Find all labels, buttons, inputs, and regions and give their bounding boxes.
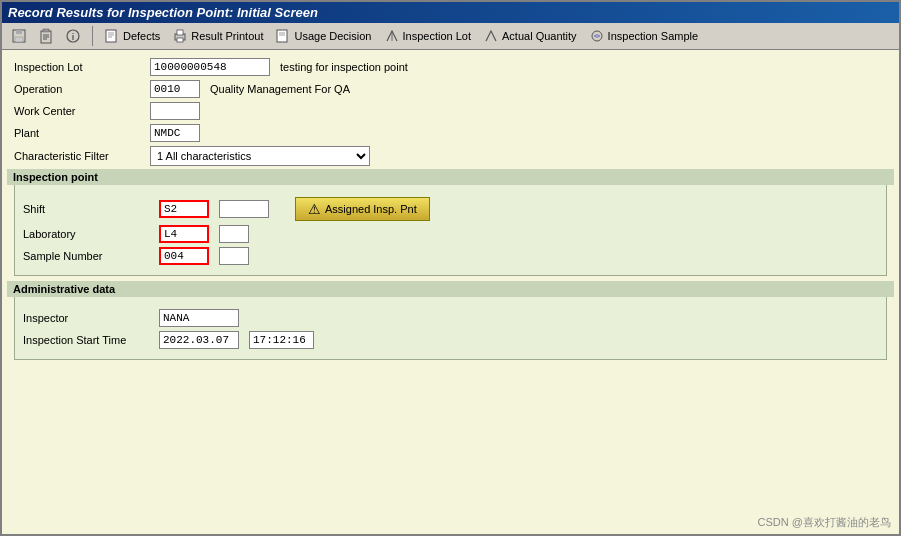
main-form: Inspection Lot testing for inspection po…: [14, 58, 887, 166]
char-filter-select[interactable]: 1 All characteristics: [150, 146, 370, 166]
work-center-label: Work Center: [14, 105, 144, 117]
plant-label: Plant: [14, 127, 144, 139]
defects-icon: [104, 28, 120, 44]
operation-desc: Quality Management For QA: [210, 83, 350, 95]
sample-number-label: Sample Number: [23, 250, 153, 262]
inspector-input[interactable]: [159, 309, 239, 327]
svg-rect-4: [43, 29, 49, 32]
actual-quantity-button[interactable]: Actual Quantity: [478, 25, 582, 47]
operation-input[interactable]: [150, 80, 200, 98]
sample-number-input[interactable]: [159, 247, 209, 265]
svg-rect-15: [177, 30, 183, 35]
inspection-lot-label: Inspection Lot: [403, 30, 472, 42]
inspection-point-section: Inspection point Shift ⚠ Assigned Insp. …: [14, 174, 887, 276]
char-filter-row: Characteristic Filter 1 All characterist…: [14, 146, 887, 166]
defects-button[interactable]: Defects: [99, 25, 165, 47]
shift-label: Shift: [23, 203, 153, 215]
usage-decision-icon: [275, 28, 291, 44]
plant-row: Plant: [14, 124, 887, 142]
warning-icon: ⚠: [308, 201, 321, 217]
printer-icon: [172, 28, 188, 44]
defects-label: Defects: [123, 30, 160, 42]
result-printout-button[interactable]: Result Printout: [167, 25, 268, 47]
svg-rect-1: [16, 30, 22, 34]
laboratory-row: Laboratory: [23, 225, 878, 243]
svg-rect-10: [106, 30, 116, 42]
inspection-sample-button[interactable]: Inspection Sample: [584, 25, 704, 47]
start-time-label: Inspection Start Time: [23, 334, 153, 346]
inspection-point-header: Inspection point: [7, 169, 894, 185]
separator-1: [92, 26, 93, 46]
inspection-sample-label: Inspection Sample: [608, 30, 699, 42]
inspection-lot-row: Inspection Lot testing for inspection po…: [14, 58, 887, 76]
svg-rect-16: [177, 38, 183, 42]
assigned-btn-label: Assigned Insp. Pnt: [325, 203, 417, 215]
inspection-lot-desc: testing for inspection point: [280, 61, 408, 73]
operation-row: Operation Quality Management For QA: [14, 80, 887, 98]
inspection-sample-icon: [589, 28, 605, 44]
clipboard-icon: [38, 28, 54, 44]
admin-data-section: Administrative data Inspector Inspection…: [14, 286, 887, 360]
inspection-lot-icon: [384, 28, 400, 44]
info-button[interactable]: i: [60, 25, 86, 47]
assigned-insp-pnt-button[interactable]: ⚠ Assigned Insp. Pnt: [295, 197, 430, 221]
usage-decision-button[interactable]: Usage Decision: [270, 25, 376, 47]
toolbar: i Defects Result Printout Usage Decision: [2, 23, 899, 50]
result-printout-label: Result Printout: [191, 30, 263, 42]
start-time-input[interactable]: [249, 331, 314, 349]
watermark: CSDN @喜欢打酱油的老鸟: [758, 515, 891, 530]
svg-rect-17: [277, 30, 287, 42]
content-area: Inspection Lot testing for inspection po…: [2, 50, 899, 534]
info-icon: i: [65, 28, 81, 44]
admin-data-header: Administrative data: [7, 281, 894, 297]
plant-input[interactable]: [150, 124, 200, 142]
laboratory-input[interactable]: [159, 225, 209, 243]
save-icon: [11, 28, 27, 44]
inspection-lot-button[interactable]: Inspection Lot: [379, 25, 477, 47]
operation-label: Operation: [14, 83, 144, 95]
work-center-row: Work Center: [14, 102, 887, 120]
save-button[interactable]: [6, 25, 32, 47]
inspection-lot-input[interactable]: [150, 58, 270, 76]
shift-row: Shift ⚠ Assigned Insp. Pnt: [23, 197, 878, 221]
svg-text:i: i: [72, 32, 75, 42]
usage-decision-label: Usage Decision: [294, 30, 371, 42]
sample-extra-input[interactable]: [219, 247, 249, 265]
title-bar: Record Results for Inspection Point: Ini…: [2, 2, 899, 23]
char-filter-label: Characteristic Filter: [14, 150, 144, 162]
svg-rect-2: [15, 37, 23, 42]
inspector-label: Inspector: [23, 312, 153, 324]
inspector-row: Inspector: [23, 309, 878, 327]
inspection-lot-label: Inspection Lot: [14, 61, 144, 73]
start-time-row: Inspection Start Time: [23, 331, 878, 349]
actual-quantity-label: Actual Quantity: [502, 30, 577, 42]
laboratory-label: Laboratory: [23, 228, 153, 240]
laboratory-extra-input[interactable]: [219, 225, 249, 243]
window-title: Record Results for Inspection Point: Ini…: [8, 5, 318, 20]
actual-quantity-icon: [483, 28, 499, 44]
shift-input[interactable]: [159, 200, 209, 218]
toolbar-icons: i: [6, 25, 86, 47]
start-date-input[interactable]: [159, 331, 239, 349]
shift-extra-input[interactable]: [219, 200, 269, 218]
work-center-input[interactable]: [150, 102, 200, 120]
sample-number-row: Sample Number: [23, 247, 878, 265]
clipboard-button[interactable]: [33, 25, 59, 47]
